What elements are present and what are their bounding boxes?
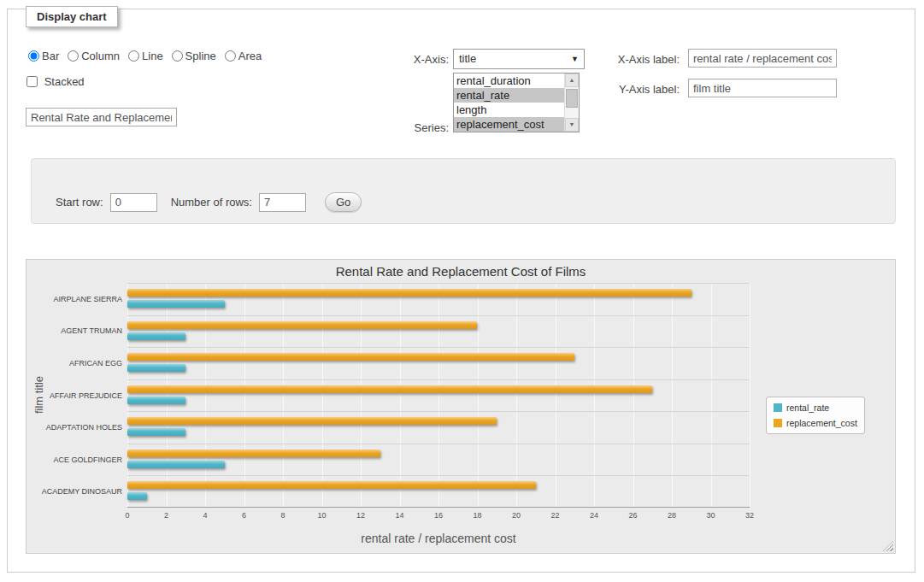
gridline [361, 283, 362, 507]
bar-replacement_cost [127, 481, 536, 489]
gridline [672, 283, 673, 507]
gridline [322, 283, 323, 507]
series-option-length[interactable]: length [454, 103, 564, 117]
bar-rental_rate [127, 364, 185, 372]
panel-title: Display chart [26, 6, 118, 27]
category-label: AFFAIR PREJUDICE [50, 391, 122, 400]
x-tick-label: 12 [356, 511, 365, 520]
x-tick-label: 6 [242, 511, 246, 520]
stacked-checkbox[interactable] [26, 76, 38, 87]
bar-rental_rate [127, 492, 147, 500]
row-separator [127, 315, 750, 316]
chart-type-label: Bar [42, 50, 59, 62]
chart-type-label: Line [142, 50, 163, 62]
chart-type-label: Spline [185, 50, 216, 62]
series-options: rental_durationrental_ratelengthreplacem… [454, 73, 564, 132]
bar-replacement_cost [127, 417, 497, 425]
chart-container: Rental Rate and Replacement Cost of Film… [26, 259, 896, 554]
y-axis-label-label: Y-Axis label: [555, 83, 680, 96]
start-row-label: Start row: [56, 196, 103, 209]
chart-type-radio-spline[interactable] [172, 50, 183, 62]
legend-item-replacement_cost[interactable]: replacement_cost [774, 418, 857, 428]
x-tick-label: 22 [550, 511, 559, 520]
series-option-rental_rate[interactable]: rental_rate [454, 88, 564, 103]
category-label: AGENT TRUMAN [61, 326, 122, 335]
chart-type-option-spline[interactable]: Spline [172, 50, 216, 62]
x-axis-select-label: X-Axis: [375, 53, 449, 66]
gridline [633, 283, 634, 507]
chart-type-option-bar[interactable]: Bar [28, 50, 59, 62]
row-separator [127, 411, 750, 412]
bar-replacement_cost [127, 289, 692, 297]
bar-replacement_cost [127, 353, 574, 361]
x-tick-label: 8 [280, 511, 285, 520]
gridline [167, 283, 168, 507]
scroll-down-icon[interactable]: ▼ [565, 118, 579, 132]
category-label: AIRPLANE SIERRA [53, 295, 122, 303]
chart-legend: rental_ratereplacement_cost [766, 397, 865, 434]
gridline [594, 283, 595, 507]
bar-rental_rate [127, 428, 185, 436]
chart-type-label: Column [81, 50, 120, 62]
gridline [400, 283, 401, 507]
resize-handle-icon[interactable] [883, 541, 893, 551]
gridline [711, 283, 712, 507]
y-axis-label-input[interactable] [688, 79, 837, 97]
legend-label: rental_rate [786, 403, 829, 413]
category-label: ACADEMY DINOSAUR [42, 487, 122, 496]
row-separator [127, 444, 750, 444]
x-tick-label: 30 [706, 511, 715, 520]
chart-type-radio-area[interactable] [225, 50, 236, 62]
bar-rental_rate [127, 397, 185, 404]
plot-area [127, 283, 750, 508]
legend-swatch [774, 419, 782, 427]
row-range-panel: Start row: Number of rows: Go [31, 158, 896, 224]
x-tick-label: 20 [512, 511, 521, 520]
x-tick-label: 14 [395, 511, 403, 520]
row-separator [127, 379, 750, 380]
legend-label: replacement_cost [786, 418, 857, 428]
start-row-input[interactable] [110, 193, 157, 212]
series-listbox[interactable]: rental_durationrental_ratelengthreplacem… [453, 73, 580, 132]
x-axis-title: rental rate / replacement cost [127, 532, 750, 545]
number-of-rows-label: Number of rows: [171, 196, 252, 209]
gridline [750, 283, 750, 507]
chart-type-option-line[interactable]: Line [128, 50, 163, 62]
series-select-label: Series: [375, 121, 449, 134]
category-label: ACE GOLDFINGER [53, 456, 122, 464]
legend-item-rental_rate[interactable]: rental_rate [774, 403, 857, 413]
display-chart-panel: Display chart BarColumnLineSplineArea St… [7, 9, 915, 573]
category-axis-labels: AIRPLANE SIERRAAGENT TRUMANAFRICAN EGGAF… [26, 283, 122, 508]
x-tick-label: 28 [668, 511, 676, 520]
chart-type-radio-column[interactable] [68, 50, 79, 62]
gridline [283, 283, 284, 507]
stacked-option[interactable]: Stacked [26, 75, 85, 88]
chart-type-option-column[interactable]: Column [68, 50, 120, 62]
go-button[interactable]: Go [325, 192, 362, 212]
number-of-rows-input[interactable] [259, 193, 306, 212]
row-separator [127, 475, 750, 476]
x-axis-label-input[interactable] [688, 49, 837, 68]
series-option-rental_duration[interactable]: rental_duration [454, 73, 564, 88]
legend-swatch [774, 403, 782, 412]
x-tick-label: 2 [164, 511, 168, 520]
gridline [478, 283, 479, 507]
chart-title-input[interactable] [26, 108, 177, 126]
chart-type-option-area[interactable]: Area [225, 50, 262, 62]
x-tick-label: 10 [317, 511, 326, 520]
bar-rental_rate [127, 300, 225, 308]
category-label: ADAPTATION HOLES [46, 423, 122, 432]
x-tick-label: 0 [125, 511, 129, 520]
series-option-replacement_cost[interactable]: replacement_cost [454, 117, 564, 132]
chart-title: Rental Rate and Replacement Cost of Film… [26, 264, 895, 279]
x-tick-label: 24 [590, 511, 598, 520]
bar-replacement_cost [127, 385, 652, 393]
chart-type-radio-bar[interactable] [28, 50, 39, 62]
x-tick-label: 26 [628, 511, 637, 520]
gridline [205, 283, 206, 507]
chart-type-radio-line[interactable] [128, 50, 139, 62]
category-label: AFRICAN EGG [69, 359, 122, 367]
chart-type-label: Area [238, 50, 262, 62]
x-tick-label: 16 [434, 511, 443, 520]
x-tick-label: 32 [745, 511, 754, 520]
